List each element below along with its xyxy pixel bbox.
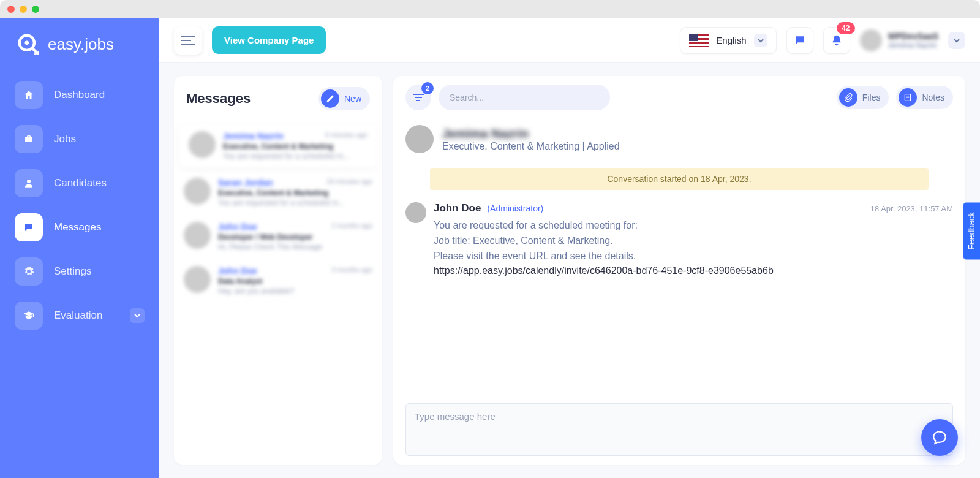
chevron-down-icon: [754, 34, 767, 47]
user-name: Jemima Nazrin: [888, 41, 938, 50]
chevron-down-icon[interactable]: [130, 308, 145, 323]
sidebar-item-label: Candidates: [54, 177, 107, 189]
conversation-contact-name: Jemima Nazrin: [442, 127, 620, 141]
new-message-button[interactable]: New: [318, 87, 370, 110]
conversation-panel: 2 Files Notes: [393, 76, 965, 465]
sidebar-item-label: Dashboard: [54, 89, 105, 101]
avatar: [405, 202, 426, 223]
svg-point-5: [27, 180, 31, 183]
chat-shortcut-button[interactable]: [786, 27, 813, 54]
message-line: Job title: Executive, Content & Marketin…: [434, 233, 953, 249]
files-label: Files: [862, 93, 881, 102]
language-label: English: [716, 35, 746, 45]
filter-button[interactable]: 2: [405, 85, 431, 110]
gear-icon: [23, 266, 34, 277]
chat-icon: [23, 222, 34, 233]
attachment-icon: [844, 93, 853, 102]
thread-item[interactable]: John Doe3 months ago Data Analyst Hey, a…: [174, 259, 382, 303]
files-button[interactable]: Files: [837, 86, 889, 109]
sidebar-item-label: Messages: [54, 221, 101, 233]
avatar: [405, 125, 434, 153]
conversation-start-banner: Conversation started on 18 Apr, 2023.: [430, 168, 929, 190]
messages-panel: Messages New Jemima Nazrin5 minutes ago …: [174, 76, 382, 465]
feedback-tab[interactable]: Feedback: [963, 202, 980, 259]
window-minimize-dot[interactable]: [20, 6, 27, 13]
sidebar-item-label: Jobs: [54, 133, 76, 145]
filter-count-badge: 2: [421, 82, 434, 94]
avatar: [860, 29, 882, 51]
notes-button[interactable]: Notes: [896, 86, 953, 109]
window-maximize-dot[interactable]: [32, 6, 39, 13]
compose-icon: [326, 94, 334, 103]
bell-icon: [831, 34, 843, 47]
compose-area: [405, 403, 953, 456]
avatar: [189, 131, 216, 158]
messages-title: Messages: [186, 91, 251, 107]
grad-cap-icon: [23, 310, 34, 321]
message-author: John Doe: [434, 202, 481, 214]
topbar: View Company Page English 42: [159, 18, 980, 63]
thread-item[interactable]: Saran Jordan18 minutes ago Executive, Co…: [174, 170, 382, 214]
compose-input[interactable]: [406, 404, 952, 453]
chat-icon: [794, 34, 806, 47]
brand-name: easy.jobs: [48, 35, 114, 54]
user-company: WPDevSaaS: [888, 31, 938, 41]
search-box[interactable]: [439, 85, 610, 110]
briefcase-icon: [23, 134, 34, 145]
flag-us-icon: [689, 34, 709, 47]
sidebar-item-candidates[interactable]: Candidates: [11, 164, 148, 202]
sidebar-item-messages[interactable]: Messages: [11, 208, 148, 246]
message: John Doe (Administrator) 18 Apr, 2023, 1…: [393, 199, 965, 283]
notes-label: Notes: [922, 93, 944, 102]
sidebar-item-label: Evaluation: [54, 309, 102, 322]
sidebar-item-dashboard[interactable]: Dashboard: [11, 76, 148, 114]
message-role: (Administrator): [487, 203, 543, 213]
svg-line-2: [32, 48, 38, 54]
sidebar-item-label: Settings: [54, 265, 91, 278]
window-titlebar: [0, 0, 980, 18]
user-menu[interactable]: WPDevSaaS Jemima Nazrin: [860, 29, 938, 51]
home-icon: [23, 89, 34, 101]
view-company-button[interactable]: View Company Page: [212, 26, 326, 54]
user-menu-caret[interactable]: [948, 32, 965, 49]
sidebar-item-jobs[interactable]: Jobs: [11, 120, 148, 158]
filter-icon: [413, 93, 424, 102]
notification-count-badge: 42: [837, 22, 854, 34]
conversation-contact-sub: Executive, Content & Marketing | Applied: [442, 141, 620, 152]
thread-item[interactable]: Jemima Nazrin5 minutes ago Executive, Co…: [179, 124, 377, 168]
hamburger-icon: [181, 36, 195, 45]
note-icon: [903, 93, 912, 102]
user-icon: [23, 178, 34, 189]
conversation-header: Jemima Nazrin Executive, Content & Marke…: [393, 119, 965, 163]
sidebar-item-evaluation[interactable]: Evaluation: [11, 297, 148, 335]
message-line: Please visit the event URL and see the d…: [434, 249, 953, 264]
logo-icon: [15, 31, 42, 58]
thread-item[interactable]: John Doe2 months ago Developer / Web Dev…: [174, 214, 382, 259]
avatar: [184, 178, 211, 205]
brand-logo[interactable]: easy.jobs: [11, 31, 148, 58]
svg-point-4: [37, 51, 39, 53]
message-timestamp: 18 Apr, 2023, 11:57 AM: [870, 204, 953, 213]
svg-point-3: [34, 53, 36, 55]
notifications-button[interactable]: 42: [823, 27, 850, 54]
sidebar: easy.jobs Dashboard Jobs Candidates Mes: [0, 18, 159, 478]
window-close-dot[interactable]: [7, 6, 15, 13]
search-input[interactable]: [450, 93, 599, 102]
language-selector[interactable]: English: [680, 27, 776, 54]
avatar: [184, 222, 211, 249]
message-link[interactable]: https://app.easy.jobs/calendly/invite/c6…: [434, 264, 953, 279]
chat-bubble-icon: [932, 430, 948, 446]
new-label: New: [344, 94, 361, 104]
avatar: [184, 266, 211, 293]
chat-fab[interactable]: [921, 419, 958, 456]
svg-point-1: [25, 41, 29, 45]
sidebar-item-settings[interactable]: Settings: [11, 252, 148, 290]
message-line: You are requested for a scheduled meetin…: [434, 218, 953, 233]
menu-toggle-button[interactable]: [174, 26, 202, 55]
